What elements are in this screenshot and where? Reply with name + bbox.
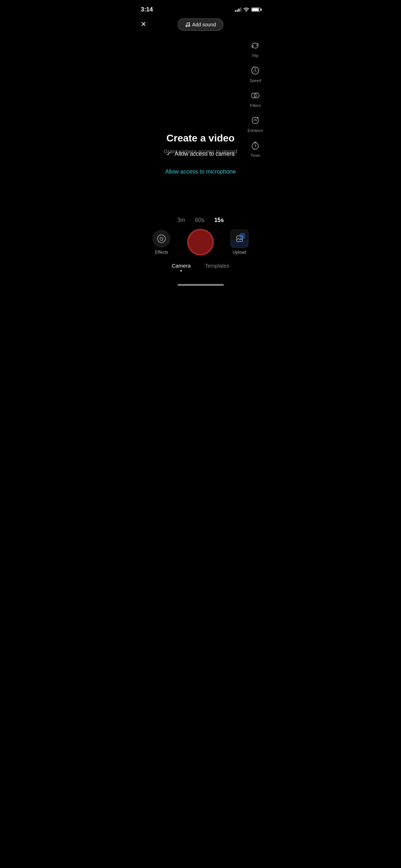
duration-selector: 3m 60s 15s <box>134 217 267 223</box>
close-button[interactable]: × <box>141 19 146 30</box>
svg-point-0 <box>186 25 187 27</box>
filters-icon <box>249 89 262 102</box>
effects-icon <box>153 230 170 248</box>
tab-templates[interactable]: Templates <box>205 263 229 272</box>
main-title: Create a video <box>147 133 254 144</box>
flip-icon <box>249 39 262 52</box>
camera-permission: ✓ Allow access to camera <box>166 150 235 157</box>
camera-permission-text: Allow access to camera <box>175 151 235 157</box>
svg-text:OFF: OFF <box>253 71 258 73</box>
duration-60s[interactable]: 60s <box>195 217 204 223</box>
tab-camera[interactable]: Camera <box>172 263 191 272</box>
status-bar: 3:14 <box>134 0 267 16</box>
filters-label: Filters <box>250 103 261 108</box>
bottom-tabs: Camera Templates <box>134 263 267 272</box>
svg-point-1 <box>188 25 190 26</box>
tab-camera-dot <box>180 270 182 272</box>
svg-rect-11 <box>237 236 242 242</box>
tab-templates-label: Templates <box>205 263 229 269</box>
filters-control[interactable]: Filters <box>249 89 262 108</box>
enhance-label: Enhance <box>248 128 263 133</box>
music-note-icon <box>185 22 190 27</box>
upload-button[interactable]: Upload <box>231 230 248 255</box>
add-sound-label: Add sound <box>192 22 216 27</box>
status-icons <box>235 7 260 12</box>
camera-check-icon: ✓ <box>166 150 171 157</box>
record-button[interactable] <box>187 229 214 255</box>
svg-point-9 <box>160 238 161 239</box>
duration-3m[interactable]: 3m <box>177 217 185 223</box>
duration-15s[interactable]: 15s <box>214 217 224 223</box>
speed-control[interactable]: OFF Speed <box>249 64 262 83</box>
upload-icon <box>231 230 248 248</box>
speed-label: Speed <box>250 78 261 83</box>
wifi-icon <box>243 7 249 12</box>
speed-icon: OFF <box>249 64 262 77</box>
svg-point-5 <box>254 93 259 98</box>
add-sound-button[interactable]: Add sound <box>178 19 223 31</box>
status-time: 3:14 <box>141 6 153 13</box>
signal-bars-icon <box>235 7 241 12</box>
microphone-permission-text[interactable]: Allow access to microphone <box>165 169 236 175</box>
svg-point-10 <box>162 238 163 239</box>
microphone-permission[interactable]: Allow access to microphone <box>165 169 236 175</box>
svg-point-8 <box>158 235 165 243</box>
flip-label: Flip <box>252 53 258 58</box>
bottom-controls: Effects Upload <box>134 229 267 255</box>
effects-label: Effects <box>155 250 168 255</box>
battery-fill <box>252 8 259 11</box>
battery-icon <box>251 7 260 12</box>
enhance-control[interactable]: Enhance <box>248 114 263 133</box>
flip-control[interactable]: Flip <box>249 39 262 58</box>
enhance-icon <box>249 114 262 127</box>
effects-button[interactable]: Effects <box>153 230 170 255</box>
upload-label: Upload <box>233 250 246 255</box>
home-indicator <box>178 284 224 286</box>
svg-point-4 <box>251 93 256 98</box>
permissions-section: ✓ Allow access to camera Allow access to… <box>134 150 267 175</box>
tab-camera-label: Camera <box>172 263 191 269</box>
